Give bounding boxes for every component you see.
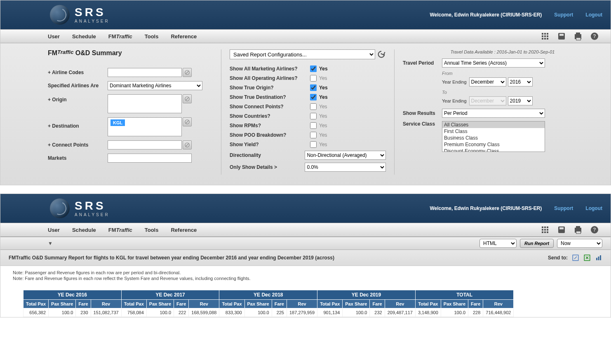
support-link[interactable]: Support [554,12,573,18]
menu-reference[interactable]: Reference [171,33,197,40]
clear-origin[interactable] [183,94,192,103]
print-icon[interactable] [574,33,582,40]
menu-fmtraffic[interactable]: FMTraffic [108,33,132,40]
clear-connect-points[interactable] [183,140,192,149]
expand-toggle[interactable]: ▼ [48,240,53,246]
destination-label[interactable]: + Destination [48,117,108,129]
logout-link[interactable]: Logout [585,205,602,211]
show-yield-label: Show Yield? [230,142,310,147]
menu-schedule[interactable]: Schedule [72,33,96,40]
table-cell: 168,599,088 [189,308,219,317]
col-header: Total Pax [219,300,244,308]
show-yield-check[interactable] [310,141,317,148]
saved-config-select[interactable]: Saved Report Configurations... [230,49,375,59]
save-icon[interactable] [558,33,565,40]
logout-link[interactable]: Logout [585,12,602,18]
title-fm: FM [48,49,57,56]
service-class-opt[interactable]: First Class [442,128,545,135]
table-cell: 833,300 [219,308,244,317]
destination-input[interactable]: KGL [108,117,182,136]
service-class-opt[interactable]: All Classes [442,121,545,128]
service-class-opt[interactable]: Discount Economy Class [442,148,545,152]
from-month-select[interactable]: December [469,77,506,86]
run-report-button[interactable]: Run Report [520,239,554,248]
travel-period-label: Travel Period [403,60,442,66]
help-icon[interactable]: ? [591,33,598,40]
help-icon[interactable]: ? [591,226,598,233]
col-header: Total Pax [317,300,343,308]
svg-rect-10 [596,258,597,260]
form-area: FMTraffic O&D Summary + Airline Codes Sp… [0,43,611,185]
table-cell: 716,448,902 [483,308,514,317]
yes-label: Yes [319,123,327,128]
report-title: FMTraffic O&D Summary Report for flights… [9,255,334,261]
col-header: Fare [174,300,189,308]
print-icon[interactable] [574,226,582,233]
origin-input[interactable] [108,94,182,113]
brand-name: SRS [75,7,110,18]
table-cell: 230 [76,308,91,317]
show-results-select[interactable]: Per Period [442,109,545,118]
menu-user[interactable]: User [48,33,60,40]
menu-tools[interactable]: Tools [145,227,159,233]
save-icon[interactable] [558,226,565,233]
apps-icon[interactable] [541,226,549,233]
clear-destination[interactable] [183,117,192,126]
to-year-select[interactable]: 2019 [508,96,533,105]
destination-chip-kgl[interactable]: KGL [110,119,125,126]
directionality-label: Directionality [230,152,305,158]
brand-sub: ANALYSER [75,19,110,23]
markets-input[interactable] [108,154,192,163]
airline-codes-label[interactable]: + Airline Codes [48,70,108,75]
show-countries-check[interactable] [310,113,317,119]
col-header: Pax Share [146,300,174,308]
service-class-listbox[interactable]: All Classes First Class Business Class P… [442,121,545,152]
connect-points-input[interactable] [108,140,182,149]
origin-label[interactable]: + Origin [48,94,108,103]
output-format-select[interactable]: HTML [479,239,517,248]
menu-schedule[interactable]: Schedule [72,227,96,233]
service-class-opt[interactable]: Premium Economy Class [442,141,545,148]
apps-icon[interactable] [541,33,549,40]
specified-airlines-label: Specified Airlines Are [48,83,108,89]
show-connect-check[interactable] [310,103,317,110]
menu-reference[interactable]: Reference [171,227,197,233]
show-marketing-check[interactable] [310,65,317,72]
title-traffic: Traffic [57,49,73,55]
excel-icon[interactable] [583,254,591,261]
show-rpms-check[interactable] [310,122,317,129]
svg-rect-11 [598,257,599,260]
only-show-select[interactable]: 0.0% [305,163,386,172]
menu-user[interactable]: User [48,227,60,233]
show-countries-label: Show Countries? [230,113,310,119]
refresh-icon[interactable] [377,50,386,59]
col-header: Rev [385,300,415,308]
table-cell: 100.0 [343,308,370,317]
show-operating-check[interactable] [310,75,317,82]
send-to-label: Send to: [548,255,568,261]
from-year-select[interactable]: 2016 [508,77,533,86]
travel-period-select[interactable]: Annual Time Series (Across) [442,58,545,68]
table-row: 656,382100.0230151,082,737758,084100.022… [24,308,514,317]
show-poo-check[interactable] [310,132,317,138]
col-group: YE Dec 2018 [219,290,317,300]
run-when-select[interactable]: Now [557,239,602,248]
table-cell: 151,082,737 [91,308,121,317]
connect-points-label[interactable]: + Connect Points [48,142,108,148]
show-true-origin-check[interactable] [310,84,317,91]
show-operating-label: Show All Operating Airlines? [230,75,310,81]
show-true-dest-check[interactable] [310,94,317,100]
service-class-opt[interactable]: Business Class [442,135,545,141]
specified-airlines-select[interactable]: Dominant Marketing Airlines [108,81,202,90]
chart-icon[interactable] [595,254,602,261]
support-link[interactable]: Support [554,205,573,211]
airline-codes-input[interactable] [108,68,182,77]
clear-airline-codes[interactable] [183,68,192,77]
menu-fmtraffic[interactable]: FMTraffic [108,227,132,233]
from-label: From [442,71,602,76]
header-bar: SRS ANALYSER Welcome, Edwin Rukyalekere … [0,0,611,29]
menu-tools[interactable]: Tools [145,33,159,40]
edit-icon[interactable] [572,254,579,261]
directionality-select[interactable]: Non-Directional (Averaged) [305,151,386,160]
note-1: Note: Passenger and Revenue figures in e… [13,270,598,275]
